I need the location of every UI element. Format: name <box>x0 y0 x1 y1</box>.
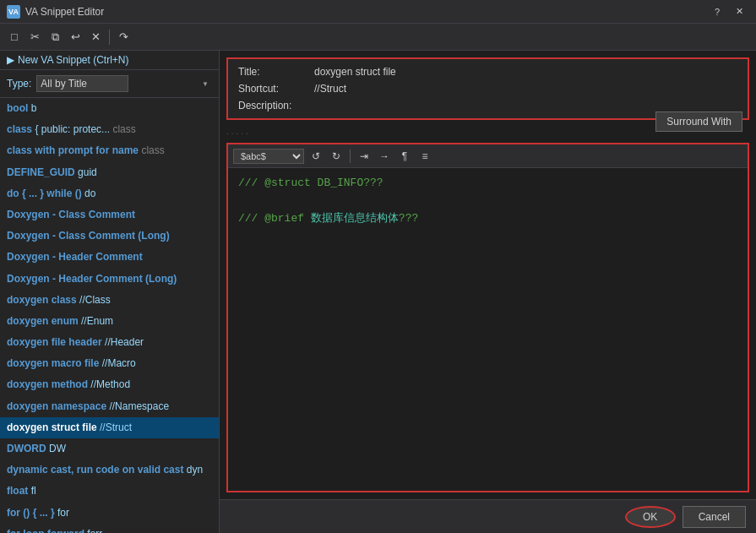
filter-dropdown-wrapper: All by Title All by Shortcut Language Sp… <box>36 75 212 92</box>
list-item[interactable]: doxygen enum //Enum <box>0 311 219 332</box>
indent-button[interactable]: ⇥ <box>356 148 373 165</box>
title-value: doxygen struct file <box>314 66 737 78</box>
list-item[interactable]: DWORD DW <box>0 438 219 460</box>
list-item[interactable]: doxygen macro file //Macro <box>0 353 219 374</box>
cancel-button[interactable]: Cancel <box>683 506 746 528</box>
pilcrow-button[interactable]: ¶ <box>396 148 413 165</box>
delete-button[interactable]: ✕ <box>86 28 105 46</box>
shortcut-value: //Struct <box>314 83 737 95</box>
snippet-list: bool b class { public: protec... class c… <box>0 98 219 533</box>
paste-button[interactable]: ↩ <box>66 28 84 46</box>
right-panel-inner: Title: doxygen struct file Shortcut: //S… <box>220 51 756 499</box>
description-label: Description: <box>238 100 314 111</box>
copy-button[interactable]: ⧉ <box>46 28 64 46</box>
list-item[interactable]: Doxygen - Header Comment (Long) <box>0 269 219 290</box>
window-title: VA Snippet Editor <box>25 6 707 18</box>
list-item[interactable]: float fl <box>0 481 219 502</box>
window-controls: ? ✕ <box>707 3 749 20</box>
list-item[interactable]: DEFINE_GUID guid <box>0 162 219 183</box>
surround-with-button[interactable]: Surround With <box>655 111 742 132</box>
list-item[interactable]: Doxygen - Class Comment (Long) <box>0 226 219 247</box>
filter-area: Type: All by Title All by Shortcut Langu… <box>0 70 219 98</box>
list-item[interactable]: doxygen method //Method <box>0 374 219 395</box>
code-editor-area: $abc$ $end$ $selected$ ↺ ↻ ⇥ → ¶ ≡ /// @… <box>226 143 749 492</box>
list-button[interactable]: ≡ <box>416 148 433 165</box>
main-toolbar: □ ✂ ⧉ ↩ ✕ ↷ <box>0 24 756 51</box>
shortcut-label: Shortcut: <box>238 83 314 95</box>
list-item[interactable]: bool b <box>0 98 219 119</box>
description-row: Description: <box>238 100 737 111</box>
new-snippet-row[interactable]: ▶ New VA Snippet (Ctrl+N) <box>0 51 219 70</box>
arrow-right-button[interactable]: → <box>376 148 393 165</box>
list-item[interactable]: class with prompt for name class <box>0 140 219 161</box>
bottom-bar: OK Cancel <box>220 499 756 533</box>
code-variable-dropdown[interactable]: $abc$ $end$ $selected$ <box>233 149 304 164</box>
title-label: Title: <box>238 66 314 78</box>
app-icon: VA <box>7 5 20 19</box>
right-panel: Title: doxygen struct file Shortcut: //S… <box>220 51 756 533</box>
title-bar: VA VA Snippet Editor ? ✕ <box>0 0 756 24</box>
list-item[interactable]: doxygen file header //Header <box>0 332 219 353</box>
list-item[interactable]: dynamic cast, run code on valid cast dyn <box>0 460 219 481</box>
redo-button[interactable]: ↻ <box>328 148 345 165</box>
ok-button[interactable]: OK <box>625 506 676 528</box>
list-item[interactable]: doxygen class //Class <box>0 290 219 311</box>
toolbar-separator <box>109 30 110 45</box>
new-snippet-label: New VA Snippet (Ctrl+N) <box>18 54 129 66</box>
list-item[interactable]: for loop forward forr <box>0 524 219 533</box>
list-item[interactable]: doxygen namespace //Namespace <box>0 396 219 417</box>
properties-area: Title: doxygen struct file Shortcut: //S… <box>226 57 749 120</box>
title-row: Title: doxygen struct file <box>238 66 737 78</box>
type-label: Type: <box>7 78 31 90</box>
cut-button[interactable]: ✂ <box>25 28 44 46</box>
filter-dropdown[interactable]: All by Title All by Shortcut Language Sp… <box>36 75 128 92</box>
list-item[interactable]: Doxygen - Header Comment <box>0 247 219 268</box>
help-button[interactable]: ? <box>707 3 727 20</box>
new-snippet-icon: ▶ <box>7 54 14 66</box>
shortcut-row: Shortcut: //Struct <box>238 83 737 95</box>
code-toolbar: $abc$ $end$ $selected$ ↺ ↻ ⇥ → ¶ ≡ <box>228 144 748 168</box>
new-button[interactable]: □ <box>5 28 24 46</box>
list-scroll-wrapper: bool b class { public: protec... class c… <box>0 98 219 533</box>
code-line-1: /// @struct DB_INFO??? <box>238 175 737 193</box>
list-item[interactable]: class { public: protec... class <box>0 119 219 140</box>
close-button[interactable]: ✕ <box>729 3 749 20</box>
list-item[interactable]: for () { ... } for <box>0 503 219 524</box>
snippet-list-panel: ▶ New VA Snippet (Ctrl+N) Type: All by T… <box>0 51 220 533</box>
list-item-selected[interactable]: doxygen struct file //Struct <box>0 417 219 438</box>
undo-button[interactable]: ↺ <box>307 148 324 165</box>
code-toolbar-separator <box>350 150 351 163</box>
code-content[interactable]: /// @struct DB_INFO??? /// @brief 数据库信息结… <box>228 168 748 491</box>
main-layout: ▶ New VA Snippet (Ctrl+N) Type: All by T… <box>0 51 756 533</box>
code-line-2: /// @brief 数据库信息结构体??? <box>238 210 737 228</box>
list-item[interactable]: Doxygen - Class Comment <box>0 204 219 226</box>
export-button[interactable]: ↷ <box>114 28 133 46</box>
list-item[interactable]: do { ... } while () do <box>0 183 219 204</box>
